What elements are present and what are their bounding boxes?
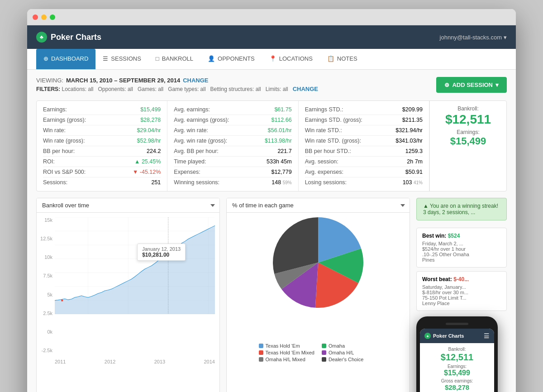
phone-mockup: ♣ Poker Charts ☰ Bankroll: $12,511 Earni… <box>416 316 498 392</box>
logo-icon: ♣ <box>36 32 47 43</box>
bankroll-chart: Bankroll over time 15k 12.5k 10k 7.5k 5k… <box>36 198 220 392</box>
app-logo: ♣ Poker Charts <box>36 32 101 43</box>
right-panel: ▲ You are on a winning streak!3 days, 2 … <box>416 198 507 392</box>
sessions-icon: ☰ <box>103 55 108 62</box>
date-range: MARCH 15, 2010 – SEPTEMBER 29, 2014 <box>66 77 180 84</box>
viewing-label: VIEWING: <box>36 77 63 84</box>
fullscreen-button[interactable] <box>50 14 55 20</box>
minimize-button[interactable] <box>41 14 47 20</box>
title-bar <box>27 9 516 25</box>
dropdown-icon: ▾ <box>495 81 499 88</box>
locations-icon: 📍 <box>269 55 276 62</box>
bankroll-widget: Bankroll: $12,511 Earnings: $15,499 <box>429 101 506 191</box>
phone-speaker <box>446 323 468 325</box>
mac-window: ♣ Poker Charts johnny@tall-stacks.com ▾ … <box>27 9 516 392</box>
stats-col-2: Avg. earnings:$61.75 Avg. earnings (gros… <box>167 101 298 191</box>
main-content: VIEWING: MARCH 15, 2010 – SEPTEMBER 29, … <box>27 70 516 392</box>
filters-bar: FILTERS: Locations: all Opponents: all G… <box>36 86 318 92</box>
stats-col-1: Earnings:$15,499 Earnings (gross):$28,27… <box>37 101 167 191</box>
viewing-bar: VIEWING: MARCH 15, 2010 – SEPTEMBER 29, … <box>36 77 507 98</box>
tab-bar: ⊕ DASHBOARD ☰ SESSIONS □ BANKROLL 👤 OPPO… <box>27 49 516 70</box>
phone-stats: Bankroll: $12,511 Earnings: $15,499 Gros… <box>420 343 494 392</box>
chart2-select[interactable]: % of time in each game <box>227 198 410 213</box>
app-title: Poker Charts <box>51 33 101 42</box>
filters-change-link[interactable]: CHANGE <box>293 86 318 92</box>
add-session-button[interactable]: ⊕ ADD SESSION ▾ <box>436 77 507 93</box>
line-chart-area: 15k 12.5k 10k 7.5k 5k 2.5k 0k -2.5k <box>37 213 219 367</box>
nav-bar: ♣ Poker Charts johnny@tall-stacks.com ▾ <box>27 25 516 49</box>
chart1-select[interactable]: Bankroll over time <box>37 198 219 213</box>
winning-streak-alert: ▲ You are on a winning streak!3 days, 2 … <box>416 198 507 220</box>
svg-point-14 <box>61 299 63 301</box>
phone-nav: ♣ Poker Charts ☰ <box>420 329 494 343</box>
chart-tooltip: January 12, 2013 $10,281.00 <box>137 244 186 261</box>
tab-opponents[interactable]: 👤 OPPONENTS <box>200 49 262 69</box>
pie-chart-area: Texas Hold 'Em Omaha Texas Hold 'Em Mixe… <box>227 213 410 367</box>
tab-locations[interactable]: 📍 LOCATIONS <box>262 49 320 69</box>
worst-beat-box: Worst beat: $-40... Saturday, January...… <box>416 271 507 311</box>
opponents-icon: 👤 <box>208 55 215 62</box>
phone-screen: ♣ Poker Charts ☰ Bankroll: $12,511 Earni… <box>420 329 494 392</box>
pie-chart: % of time in each game <box>226 198 410 392</box>
tab-bankroll[interactable]: □ BANKROLL <box>148 49 200 69</box>
bankroll-icon: □ <box>156 55 159 62</box>
plus-icon: ⊕ <box>444 81 449 88</box>
tab-sessions[interactable]: ☰ SESSIONS <box>95 49 148 69</box>
x-axis-labels: 2011 2012 2013 2014 <box>55 359 215 364</box>
pie-legend: Texas Hold 'Em Omaha Texas Hold 'Em Mixe… <box>254 343 382 362</box>
pie-svg <box>273 217 363 308</box>
y-axis-labels: 15k 12.5k 10k 7.5k 5k 2.5k 0k -2.5k <box>37 217 52 353</box>
stats-col-3: Earnings STD.:$209.99 Earnings STD. (gro… <box>299 101 429 191</box>
dashboard-icon: ⊕ <box>43 55 48 62</box>
viewing-info: VIEWING: MARCH 15, 2010 – SEPTEMBER 29, … <box>36 77 318 98</box>
viewing-change-link[interactable]: CHANGE <box>183 77 208 84</box>
tab-dashboard[interactable]: ⊕ DASHBOARD <box>36 49 95 69</box>
pie-wrapper <box>273 217 363 339</box>
line-chart-svg <box>55 217 215 314</box>
close-button[interactable] <box>33 14 38 20</box>
notes-icon: 📋 <box>327 55 334 62</box>
traffic-lights <box>33 14 55 20</box>
user-menu[interactable]: johnny@tall-stacks.com ▾ <box>440 34 507 41</box>
tab-notes[interactable]: 📋 NOTES <box>320 49 365 69</box>
best-win-box: Best win: $524 Friday, March 2, ... $524… <box>416 228 507 268</box>
